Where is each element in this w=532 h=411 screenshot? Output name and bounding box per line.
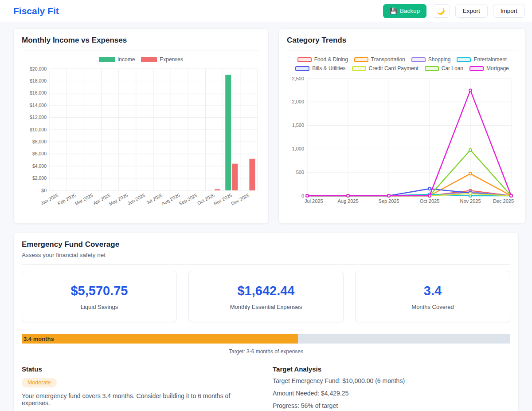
status-badge: Moderate	[22, 378, 57, 387]
svg-text:$20,000: $20,000	[30, 66, 47, 71]
legend-item[interactable]: Food & Dining	[297, 56, 348, 63]
legend-item[interactable]: Bills & Utilities	[295, 65, 345, 71]
target-analysis-heading: Target Analysis	[273, 365, 510, 373]
svg-text:May 2025: May 2025	[108, 192, 129, 206]
svg-text:$8,000: $8,000	[32, 139, 47, 144]
stats-grid: $5,570.75 Liquid Savings $1,642.44 Month…	[22, 271, 510, 322]
emergency-fund-card: Emergency Fund Coverage Assess your fina…	[13, 233, 519, 411]
legend-label: Transportation	[371, 56, 405, 63]
target-note: Target: 3-6 months of expenses	[22, 348, 510, 355]
svg-text:$18,000: $18,000	[30, 78, 47, 83]
bar-chart-legend: IncomeExpenses	[26, 56, 256, 63]
legend-swatch-icon	[295, 66, 309, 71]
legend-label: Food & Dining	[314, 56, 348, 63]
floppy-disk-icon: 💾	[390, 8, 397, 15]
divider	[22, 51, 260, 51]
stat-value: $5,570.75	[27, 284, 172, 298]
legend-swatch-icon	[99, 57, 115, 62]
stat-label: Monthly Essential Expenses	[193, 304, 339, 310]
svg-text:$6,000: $6,000	[32, 151, 47, 156]
svg-text:Sep 2025: Sep 2025	[378, 198, 399, 204]
svg-text:Nov 2025: Nov 2025	[213, 192, 233, 206]
stat-label: Months Covered	[360, 304, 505, 310]
svg-text:Dec 2025: Dec 2025	[230, 192, 250, 206]
stat-value: 3.4	[360, 284, 505, 298]
coverage-progress-label: 3.4 months	[23, 336, 54, 342]
import-button[interactable]: Import	[493, 4, 525, 18]
svg-text:Sep 2025: Sep 2025	[178, 192, 198, 206]
legend-swatch-icon	[297, 57, 312, 62]
target-analysis-line: Target Emergency Fund: $10,000.00 (6 mon…	[273, 377, 510, 385]
svg-text:Oct 2025: Oct 2025	[420, 198, 440, 204]
income-expenses-title: Monthly Income vs Expenses	[22, 36, 260, 45]
divider	[22, 264, 510, 265]
legend-item[interactable]: Income	[99, 56, 135, 63]
topbar-actions: 💾 Backup 🌙 Export Import	[383, 4, 525, 18]
dashboard: Monthly Income vs Expenses IncomeExpense…	[0, 22, 532, 411]
legend-item[interactable]: Mortgage	[469, 65, 509, 71]
svg-text:$14,000: $14,000	[30, 103, 47, 108]
svg-text:Nov 2025: Nov 2025	[460, 198, 481, 204]
line-chart-svg: 05001,0001,5002,0002,500Jul 2025Aug 2025…	[287, 74, 517, 207]
svg-text:2,500: 2,500	[292, 76, 304, 81]
backup-button[interactable]: 💾 Backup	[383, 4, 426, 18]
theme-toggle-button[interactable]: 🌙	[432, 4, 450, 18]
legend-label: Bills & Utilities	[312, 65, 345, 71]
coverage-progress-fill: 3.4 months	[22, 334, 298, 344]
income-expenses-card: Monthly Income vs Expenses IncomeExpense…	[13, 28, 269, 224]
stat-label: Liquid Savings	[27, 304, 172, 310]
stat-liquid-savings: $5,570.75 Liquid Savings	[22, 271, 177, 322]
export-button[interactable]: Export	[455, 4, 488, 18]
legend-label: Expenses	[160, 56, 183, 63]
status-section: Status Moderate Your emergency fund cove…	[22, 365, 259, 410]
legend-swatch-icon	[469, 66, 484, 71]
svg-text:2,000: 2,000	[292, 99, 304, 104]
svg-text:Dec 2025: Dec 2025	[493, 198, 514, 204]
svg-text:Mar 2025: Mar 2025	[74, 192, 94, 206]
status-message: Your emergency fund covers 3.4 months. C…	[22, 392, 259, 407]
legend-label: Mortgage	[486, 65, 509, 71]
legend-item[interactable]: Car Loan	[425, 65, 463, 71]
legend-item[interactable]: Expenses	[141, 56, 183, 63]
svg-text:Jan 2025: Jan 2025	[40, 192, 59, 206]
top-bar: Fiscaly Fit 💾 Backup 🌙 Export Import	[0, 0, 532, 22]
emergency-fund-subtitle: Assess your financial safety net	[22, 252, 510, 258]
app-title: Fiscaly Fit	[13, 6, 59, 16]
svg-text:1,000: 1,000	[292, 146, 304, 151]
svg-text:$4,000: $4,000	[32, 163, 47, 169]
svg-text:1,500: 1,500	[292, 123, 304, 128]
bar-chart: $0$2,000$4,000$6,000$8,000$10,000$12,000…	[22, 65, 260, 217]
svg-text:$12,000: $12,000	[30, 115, 47, 120]
svg-text:Jun 2025: Jun 2025	[127, 192, 146, 206]
legend-item[interactable]: Entertainment	[457, 56, 507, 63]
legend-label: Car Loan	[442, 65, 463, 71]
legend-label: Income	[117, 56, 135, 63]
backup-button-label: Backup	[400, 8, 420, 14]
target-analysis-line: Progress: 56% of target	[273, 402, 510, 410]
svg-text:$10,000: $10,000	[30, 127, 47, 132]
target-analysis-line: Amount Needed: $4,429.25	[273, 389, 510, 398]
legend-swatch-icon	[141, 57, 157, 62]
coverage-progress-bar: 3.4 months	[22, 334, 510, 344]
stat-months-covered: 3.4 Months Covered	[355, 271, 510, 322]
svg-text:Jul 2025: Jul 2025	[145, 192, 164, 205]
stat-value: $1,642.44	[193, 284, 339, 298]
legend-swatch-icon	[457, 57, 471, 62]
stat-monthly-essential-expenses: $1,642.44 Monthly Essential Expenses	[188, 271, 344, 322]
svg-text:Oct 2025: Oct 2025	[196, 192, 215, 206]
legend-label: Credit Card Payment	[369, 65, 419, 71]
target-analysis-section: Target Analysis Target Emergency Fund: $…	[273, 365, 510, 410]
legend-item[interactable]: Transportation	[354, 56, 405, 63]
svg-text:$16,000: $16,000	[30, 90, 47, 95]
status-heading: Status	[22, 365, 259, 373]
svg-text:Jul 2025: Jul 2025	[305, 198, 323, 204]
svg-text:Apr 2025: Apr 2025	[92, 192, 111, 206]
svg-text:Aug 2025: Aug 2025	[160, 192, 180, 206]
svg-text:Aug 2025: Aug 2025	[337, 198, 358, 204]
svg-text:0: 0	[301, 193, 304, 198]
legend-item[interactable]: Shopping	[411, 56, 451, 63]
legend-item[interactable]: Credit Card Payment	[352, 65, 419, 71]
svg-text:Feb 2025: Feb 2025	[57, 192, 77, 206]
moon-icon: 🌙	[437, 7, 445, 15]
legend-swatch-icon	[425, 66, 439, 71]
